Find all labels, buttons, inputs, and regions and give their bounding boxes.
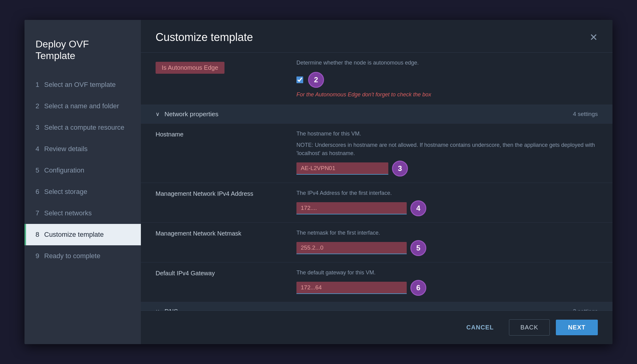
sidebar-title: Deploy OVF Template: [24, 38, 141, 74]
step-num-9: 9: [36, 252, 39, 260]
main-header: Customize template ✕: [141, 20, 612, 53]
network-properties-label: ∨ Network properties: [156, 110, 573, 118]
mgmt-netmask-label-col: Management Network Netmask: [156, 229, 296, 237]
sidebar-item-7[interactable]: 7 Select networks: [24, 202, 141, 224]
sidebar-item-4[interactable]: 4 Review details: [24, 138, 141, 160]
sidebar-item-label-9: Ready to complete: [44, 252, 100, 260]
hostname-badge: 3: [392, 161, 408, 176]
content-area: Is Autonomous Edge Determine whether the…: [141, 53, 612, 310]
default-gateway-desc: The default gateway for this VM.: [296, 269, 598, 277]
default-gateway-label-col: Default IPv4 Gateway: [156, 269, 296, 277]
step-num-5: 5: [36, 166, 39, 174]
sidebar-item-label-6: Select storage: [44, 188, 87, 196]
sidebar-item-label-5: Configuration: [44, 166, 84, 174]
network-properties-section[interactable]: ∨ Network properties 4 settings: [141, 105, 612, 124]
hostname-note: NOTE: Underscores in hostname are not al…: [296, 141, 598, 158]
mgmt-ipv4-row: Management Network IPv4 Address The IPv4…: [141, 183, 612, 223]
autonomous-edge-row: Is Autonomous Edge Determine whether the…: [141, 53, 612, 105]
sidebar-item-label-1: Select an OVF template: [44, 81, 116, 89]
hostname-row: Hostname The hostname for this VM. NOTE:…: [141, 124, 612, 183]
back-button[interactable]: BACK: [509, 319, 549, 336]
sidebar-item-9[interactable]: 9 Ready to complete: [24, 245, 141, 267]
mgmt-netmask-value-col: The netmask for the first interface. 5: [296, 229, 598, 256]
hostname-desc: The hostname for this VM.: [296, 130, 598, 138]
mgmt-ipv4-input-row: 4: [296, 200, 598, 216]
sidebar-item-6[interactable]: 6 Select storage: [24, 181, 141, 202]
step-num-6: 6: [36, 188, 39, 196]
autonomous-edge-label: Is Autonomous Edge: [156, 62, 224, 74]
autonomous-edge-badge: 2: [308, 72, 324, 88]
mgmt-netmask-input[interactable]: [296, 242, 407, 254]
autonomous-edge-checkbox[interactable]: [296, 76, 303, 83]
mgmt-ipv4-desc: The IPv4 Address for the first interface…: [296, 189, 598, 197]
mgmt-netmask-badge: 5: [410, 240, 426, 256]
autonomous-edge-note: For the Autonomous Edge don't forget to …: [296, 91, 598, 98]
sidebar-item-label-8: Customize template: [44, 231, 104, 239]
step-num-1: 1: [36, 81, 39, 89]
hostname-label: Hostname: [156, 131, 183, 138]
dns-section[interactable]: ∨ DNS 2 settings: [141, 302, 612, 310]
dns-title: DNS: [164, 308, 178, 310]
step-num-8: 8: [36, 231, 39, 239]
autonomous-edge-label-col: Is Autonomous Edge: [156, 59, 296, 74]
autonomous-edge-value-col: Determine whether the node is autonomous…: [296, 59, 598, 98]
sidebar-item-label-2: Select a name and folder: [44, 102, 119, 110]
checkbox-row: 2: [296, 72, 598, 88]
sidebar-item-label-4: Review details: [44, 145, 88, 153]
mgmt-netmask-input-row: 5: [296, 240, 598, 256]
default-gateway-value-col: The default gateway for this VM. 6: [296, 269, 598, 296]
sidebar: Deploy OVF Template 1 Select an OVF temp…: [24, 20, 141, 344]
network-properties-count: 4 settings: [573, 111, 598, 117]
sidebar-item-2[interactable]: 2 Select a name and folder: [24, 95, 141, 117]
main-content: Customize template ✕ Is Autonomous Edge …: [141, 20, 612, 344]
network-chevron-icon: ∨: [156, 111, 160, 117]
cancel-button[interactable]: CANCEL: [457, 320, 503, 335]
mgmt-ipv4-label-col: Management Network IPv4 Address: [156, 189, 296, 197]
sidebar-item-label-7: Select networks: [44, 209, 92, 217]
next-button[interactable]: NEXT: [556, 320, 598, 335]
mgmt-ipv4-input[interactable]: [296, 202, 407, 214]
sidebar-item-1[interactable]: 1 Select an OVF template: [24, 74, 141, 95]
mgmt-netmask-label: Management Network Netmask: [156, 230, 241, 237]
step-num-2: 2: [36, 102, 39, 110]
hostname-label-col: Hostname: [156, 130, 296, 138]
default-gateway-badge: 6: [410, 280, 426, 296]
sidebar-item-label-3: Select a compute resource: [44, 124, 124, 132]
sidebar-item-3[interactable]: 3 Select a compute resource: [24, 117, 141, 138]
mgmt-netmask-row: Management Network Netmask The netmask f…: [141, 223, 612, 262]
dns-chevron-icon: ∨: [156, 308, 160, 310]
default-gateway-input[interactable]: [296, 282, 407, 294]
mgmt-ipv4-label: Management Network IPv4 Address: [156, 190, 253, 197]
default-gateway-input-row: 6: [296, 280, 598, 296]
hostname-input-row: 3: [296, 161, 598, 176]
default-gateway-label: Default IPv4 Gateway: [156, 270, 215, 277]
step-num-7: 7: [36, 209, 39, 217]
default-gateway-row: Default IPv4 Gateway The default gateway…: [141, 262, 612, 302]
network-properties-title: Network properties: [164, 110, 218, 118]
page-title: Customize template: [156, 31, 253, 44]
dns-count: 2 settings: [573, 308, 598, 310]
footer: CANCEL BACK NEXT: [141, 310, 612, 344]
mgmt-ipv4-value-col: The IPv4 Address for the first interface…: [296, 189, 598, 216]
step-num-3: 3: [36, 124, 39, 132]
hostname-input[interactable]: [296, 162, 388, 175]
step-num-4: 4: [36, 145, 39, 153]
sidebar-item-5[interactable]: 5 Configuration: [24, 160, 141, 181]
close-button[interactable]: ✕: [590, 32, 598, 42]
dns-label: ∨ DNS: [156, 308, 573, 310]
sidebar-item-8[interactable]: 8 Customize template: [24, 224, 141, 245]
mgmt-netmask-desc: The netmask for the first interface.: [296, 229, 598, 237]
deploy-ovf-modal: Deploy OVF Template 1 Select an OVF temp…: [24, 20, 612, 344]
autonomous-edge-desc: Determine whether the node is autonomous…: [296, 59, 598, 67]
mgmt-ipv4-badge: 4: [410, 200, 426, 216]
hostname-value-col: The hostname for this VM. NOTE: Undersco…: [296, 130, 598, 176]
